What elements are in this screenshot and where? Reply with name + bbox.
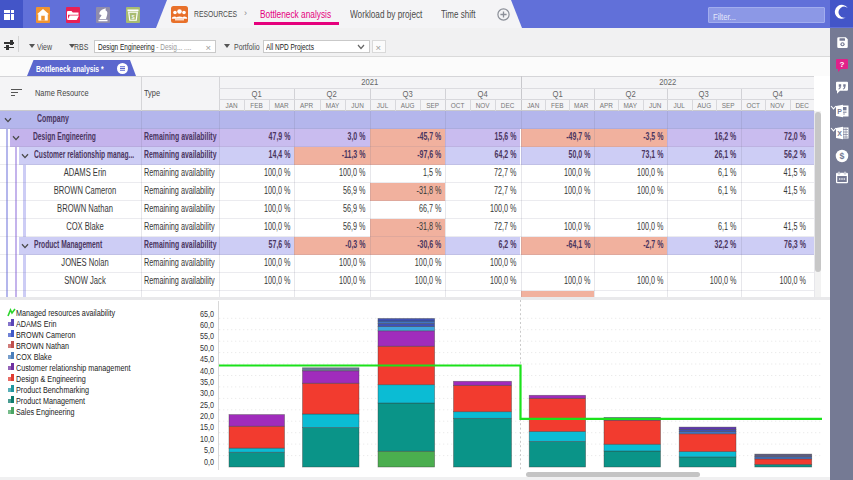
svg-text:$: $ bbox=[840, 151, 845, 161]
svg-text:?: ? bbox=[840, 60, 845, 69]
svg-text:P: P bbox=[837, 108, 842, 115]
svg-text:X: X bbox=[837, 130, 842, 137]
